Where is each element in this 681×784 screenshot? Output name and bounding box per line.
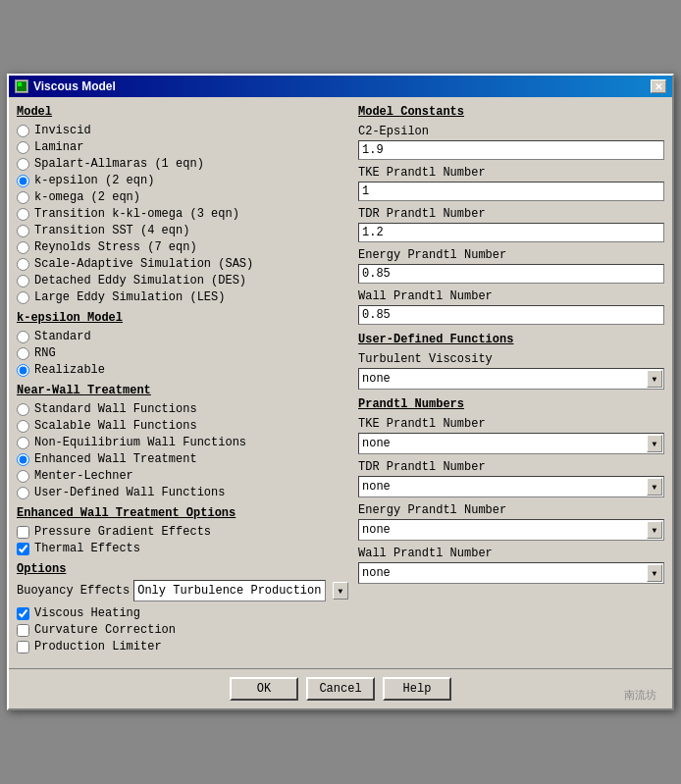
close-button[interactable]: ✕ [651, 79, 666, 93]
ok-button[interactable]: OK [230, 677, 298, 701]
ewt-thermal-effects: Thermal Effects [17, 541, 350, 556]
spalart-radio[interactable] [17, 158, 29, 171]
model-option-laminar: Laminar [17, 139, 350, 155]
tke-prandtl-udf-dropdown[interactable]: none [358, 433, 664, 454]
inviscid-radio[interactable] [17, 125, 29, 137]
svg-rect-1 [18, 82, 22, 86]
non-equilibrium-radio[interactable] [17, 437, 29, 449]
viscous-heating-checkbox[interactable] [17, 607, 29, 620]
pressure-gradient-label: Pressure Gradient Effects [34, 525, 211, 539]
production-limiter-label: Production Limiter [34, 640, 162, 653]
nw-scalable-wall: Scalable Wall Functions [17, 418, 350, 434]
tdr-prandtl-input[interactable] [358, 223, 664, 242]
wall-prandtl-udf-wrapper: none ▼ [358, 562, 664, 584]
c2-epsilon-input[interactable] [358, 140, 664, 160]
standard-wall-label: Standard Wall Functions [34, 402, 197, 416]
non-equilibrium-label: Non-Equilibrium Wall Functions [34, 436, 246, 449]
wall-prandtl-udf-label: Wall Prandtl Number [358, 547, 664, 560]
ke-model-realizable: Realizable [17, 362, 350, 378]
ewt-pressure-gradient: Pressure Gradient Effects [17, 524, 350, 540]
viscous-heating-label: Viscous Heating [34, 606, 140, 620]
watermark: 南流坊 [624, 688, 656, 703]
k-epsilon-radio[interactable] [17, 175, 29, 187]
dialog-title: Viscous Model [33, 79, 116, 93]
title-bar-left: Viscous Model [15, 79, 116, 93]
model-option-inviscid: Inviscid [17, 123, 350, 138]
production-limiter-checkbox[interactable] [17, 641, 29, 653]
ke-realizable-radio[interactable] [17, 364, 29, 377]
c2-epsilon-field: C2-Epsilon [358, 125, 664, 160]
prandtl-numbers-label: Prandtl Numbers [358, 397, 664, 411]
ke-rng-radio[interactable] [17, 347, 29, 360]
wall-prandtl-field: Wall Prandtl Number [358, 289, 664, 325]
sas-label: Scale-Adaptive Simulation (SAS) [34, 257, 253, 271]
nw-menter-lechner: Menter-Lechner [17, 468, 350, 484]
ke-realizable-label: Realizable [34, 363, 105, 377]
opt-curvature-correction: Curvature Correction [17, 622, 350, 638]
options-section: Options Buoyancy Effects Only Turbulence… [17, 562, 350, 654]
wall-prandtl-label: Wall Prandtl Number [358, 289, 664, 303]
model-option-les: Large Eddy Simulation (LES) [17, 289, 350, 305]
sas-radio[interactable] [17, 258, 29, 271]
options-section-label: Options [17, 562, 350, 576]
scalable-wall-radio[interactable] [17, 420, 29, 433]
model-option-sas: Scale-Adaptive Simulation (SAS) [17, 256, 350, 272]
options-checkboxes: Viscous Heating Curvature Correction Pro… [17, 605, 350, 654]
energy-prandtl-input[interactable] [358, 264, 664, 284]
model-option-k-omega: k-omega (2 eqn) [17, 189, 350, 205]
les-radio[interactable] [17, 291, 29, 304]
k-omega-radio[interactable] [17, 191, 29, 204]
tdr-prandtl-udf-dropdown[interactable]: none [358, 476, 664, 497]
footer-container: OK Cancel Help 南流坊 [9, 668, 672, 708]
nw-standard-wall: Standard Wall Functions [17, 401, 350, 417]
ewt-options-group: Pressure Gradient Effects Thermal Effect… [17, 524, 350, 556]
scalable-wall-label: Scalable Wall Functions [34, 419, 197, 433]
energy-prandtl-field: Energy Prandtl Number [358, 248, 664, 284]
k-epsilon-model-section-label: k-epsilon Model [17, 311, 350, 325]
pressure-gradient-checkbox[interactable] [17, 526, 29, 539]
tke-prandtl-input[interactable] [358, 182, 664, 201]
model-constants-label: Model Constants [358, 105, 664, 119]
transition-sst-radio[interactable] [17, 225, 29, 237]
help-button[interactable]: Help [383, 677, 451, 701]
k-epsilon-label: k-epsilon (2 eqn) [34, 174, 154, 187]
curvature-correction-checkbox[interactable] [17, 624, 29, 637]
energy-prandtl-udf-dropdown[interactable]: none [358, 519, 664, 541]
model-option-transition-k-kl: Transition k-kl-omega (3 eqn) [17, 206, 350, 222]
thermal-effects-checkbox[interactable] [17, 543, 29, 555]
nw-non-equilibrium: Non-Equilibrium Wall Functions [17, 435, 350, 450]
cancel-button[interactable]: Cancel [306, 677, 375, 701]
menter-lechner-radio[interactable] [17, 470, 29, 483]
ewt-options-section-label: Enhanced Wall Treatment Options [17, 506, 350, 520]
ke-standard-radio[interactable] [17, 331, 29, 343]
buoyancy-dropdown[interactable]: Only Turbulence Production Full Buoyancy… [133, 580, 326, 601]
wall-prandtl-input[interactable] [358, 305, 664, 325]
turbulent-viscosity-dropdown[interactable]: none [358, 368, 664, 390]
transition-k-kl-radio[interactable] [17, 208, 29, 221]
user-defined-wall-radio[interactable] [17, 487, 29, 499]
wall-prandtl-udf-dropdown[interactable]: none [358, 562, 664, 584]
tdr-prandtl-label: TDR Prandtl Number [358, 207, 664, 221]
dialog-footer: OK Cancel Help [9, 668, 672, 708]
k-epsilon-model-radio-group: Standard RNG Realizable [17, 329, 350, 378]
enhanced-wall-radio[interactable] [17, 453, 29, 466]
right-panel: Model Constants C2-Epsilon TKE Prandtl N… [358, 105, 664, 660]
left-panel: Model Inviscid Laminar Spalart-Allmaras … [17, 105, 350, 660]
model-option-transition-sst: Transition SST (4 eqn) [17, 223, 350, 238]
tdr-prandtl-udf-wrapper: none ▼ [358, 476, 664, 497]
curvature-correction-label: Curvature Correction [34, 623, 176, 637]
tke-prandtl-udf-wrapper: none ▼ [358, 433, 664, 454]
reynolds-stress-radio[interactable] [17, 241, 29, 254]
tke-prandtl-field: TKE Prandtl Number [358, 166, 664, 201]
model-option-spalart: Spalart-Allmaras (1 eqn) [17, 156, 350, 172]
standard-wall-radio[interactable] [17, 403, 29, 416]
tke-prandtl-udf-label: TKE Prandtl Number [358, 417, 664, 431]
des-radio[interactable] [17, 275, 29, 287]
viscous-model-dialog: Viscous Model ✕ Model Inviscid Laminar S… [7, 74, 674, 710]
buoyancy-wrapper: Only Turbulence Production Full Buoyancy… [133, 580, 350, 601]
nw-user-defined-wall: User-Defined Wall Functions [17, 485, 350, 500]
reynolds-stress-label: Reynolds Stress (7 eqn) [34, 240, 197, 254]
menter-lechner-label: Menter-Lechner [34, 469, 133, 483]
energy-prandtl-label: Energy Prandtl Number [358, 248, 664, 262]
laminar-radio[interactable] [17, 141, 29, 154]
